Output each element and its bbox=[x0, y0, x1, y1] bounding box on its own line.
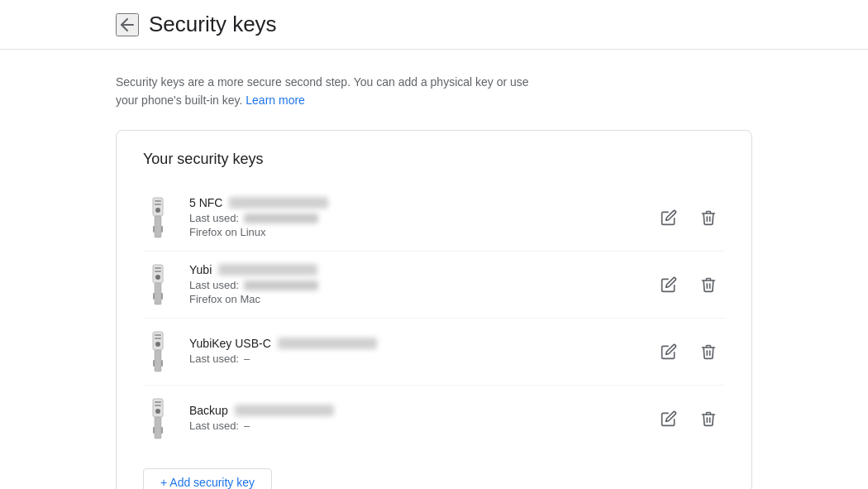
key-last-used: Last used: – bbox=[189, 419, 639, 432]
key-last-used-redacted bbox=[244, 280, 318, 290]
svg-rect-21 bbox=[161, 360, 163, 367]
key-item: YubiKey USB-CLast used: – bbox=[143, 319, 725, 386]
svg-rect-10 bbox=[155, 271, 161, 272]
key-last-used-label: Last used: bbox=[189, 279, 239, 291]
delete-key-button[interactable] bbox=[692, 402, 725, 435]
key-last-used-label: Last used: bbox=[189, 419, 239, 432]
key-info: 5 NFCLast used:Firefox on Linux bbox=[189, 196, 639, 238]
key-name-redacted bbox=[218, 264, 317, 276]
add-security-key-button[interactable]: + Add security key bbox=[143, 468, 272, 489]
svg-rect-9 bbox=[155, 267, 161, 269]
svg-rect-19 bbox=[155, 350, 161, 372]
key-device: Firefox on Linux bbox=[189, 226, 639, 238]
key-name-redacted bbox=[235, 405, 334, 416]
svg-rect-14 bbox=[161, 293, 163, 300]
key-info: BackupLast used: – bbox=[189, 404, 639, 434]
page-title: Security keys bbox=[149, 12, 277, 37]
key-name-row: Yubi bbox=[189, 263, 639, 276]
security-keys-card: Your security keys 5 NFCLast used:Firefo… bbox=[116, 130, 752, 489]
key-name: Backup bbox=[189, 404, 228, 417]
key-last-used-label: Last used: bbox=[189, 212, 239, 224]
page: Security keys Security keys are a more s… bbox=[0, 0, 868, 489]
edit-key-button[interactable] bbox=[652, 335, 685, 368]
key-info: YubiKey USB-CLast used: – bbox=[189, 337, 639, 367]
svg-point-4 bbox=[155, 208, 160, 213]
add-security-key-label: + Add security key bbox=[160, 476, 255, 489]
learn-more-link[interactable]: Learn more bbox=[246, 93, 305, 107]
svg-point-25 bbox=[155, 409, 160, 414]
delete-key-button[interactable] bbox=[692, 268, 725, 301]
key-actions bbox=[652, 268, 725, 301]
edit-key-button[interactable] bbox=[652, 201, 685, 234]
key-last-used-redacted bbox=[244, 213, 318, 223]
usb-key-icon bbox=[143, 330, 173, 373]
key-list: 5 NFCLast used:Firefox on Linux bbox=[143, 185, 725, 452]
key-item: YubiLast used:Firefox on Mac bbox=[143, 252, 725, 319]
key-name: YubiKey USB-C bbox=[189, 337, 271, 350]
key-name-redacted bbox=[278, 338, 377, 349]
svg-rect-6 bbox=[153, 226, 155, 233]
key-name-redacted bbox=[229, 197, 328, 209]
key-last-used: Last used: – bbox=[189, 352, 639, 365]
svg-rect-23 bbox=[155, 401, 161, 403]
svg-rect-17 bbox=[155, 338, 161, 339]
key-device: Firefox on Mac bbox=[189, 293, 639, 305]
svg-rect-2 bbox=[155, 200, 161, 202]
svg-rect-26 bbox=[155, 417, 161, 439]
svg-rect-7 bbox=[161, 226, 163, 233]
svg-rect-24 bbox=[155, 405, 161, 406]
card-title: Your security keys bbox=[143, 151, 725, 168]
svg-rect-20 bbox=[153, 360, 155, 367]
key-last-used-label: Last used: bbox=[189, 352, 239, 365]
delete-key-button[interactable] bbox=[692, 335, 725, 368]
key-last-used-value: – bbox=[244, 352, 250, 365]
key-item: BackupLast used: – bbox=[143, 386, 725, 452]
svg-rect-12 bbox=[155, 283, 161, 304]
key-actions bbox=[652, 201, 725, 234]
key-name-row: 5 NFC bbox=[189, 196, 639, 209]
header: Security keys bbox=[0, 0, 868, 50]
key-actions bbox=[652, 335, 725, 368]
svg-rect-13 bbox=[153, 293, 155, 300]
usb-key-icon bbox=[143, 397, 173, 440]
svg-rect-5 bbox=[155, 216, 161, 237]
key-actions bbox=[652, 402, 725, 435]
svg-rect-16 bbox=[155, 334, 161, 336]
svg-point-11 bbox=[155, 275, 160, 280]
svg-rect-27 bbox=[153, 427, 155, 434]
back-button[interactable] bbox=[116, 13, 139, 36]
usb-key-icon bbox=[143, 196, 173, 239]
usb-key-icon bbox=[143, 263, 173, 306]
key-name-row: YubiKey USB-C bbox=[189, 337, 639, 350]
key-name: Yubi bbox=[189, 263, 212, 276]
key-last-used-value: – bbox=[244, 419, 250, 432]
svg-rect-3 bbox=[155, 204, 161, 205]
key-name-row: Backup bbox=[189, 404, 639, 417]
svg-point-18 bbox=[155, 342, 160, 347]
key-name: 5 NFC bbox=[189, 196, 222, 209]
key-item: 5 NFCLast used:Firefox on Linux bbox=[143, 185, 725, 252]
key-last-used: Last used: bbox=[189, 212, 639, 224]
svg-rect-28 bbox=[161, 427, 163, 434]
edit-key-button[interactable] bbox=[652, 402, 685, 435]
edit-key-button[interactable] bbox=[652, 268, 685, 301]
key-last-used: Last used: bbox=[189, 279, 639, 291]
description-text: Security keys are a more secure second s… bbox=[116, 73, 546, 110]
main-content: Security keys are a more secure second s… bbox=[0, 50, 868, 489]
delete-key-button[interactable] bbox=[692, 201, 725, 234]
key-info: YubiLast used:Firefox on Mac bbox=[189, 263, 639, 305]
